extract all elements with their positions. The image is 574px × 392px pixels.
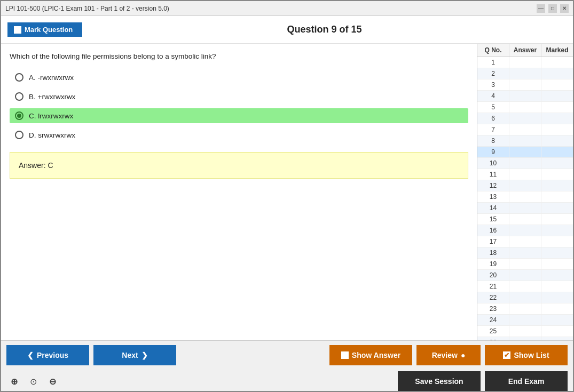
close-button[interactable]: ✕ — [560, 4, 569, 13]
previous-label: Previous — [37, 351, 68, 359]
q-no-cell-25: 25 — [477, 326, 509, 337]
q-answer-cell-10 — [509, 158, 541, 169]
next-button[interactable]: Next — [93, 345, 176, 365]
q-marked-cell-3 — [541, 79, 573, 90]
q-no-cell-11: 11 — [477, 169, 509, 180]
chevron-left-icon — [27, 351, 34, 359]
zoom-controls: ⊕ ⊙ ⊖ — [6, 374, 60, 389]
q-list-row-14[interactable]: 14 — [477, 203, 573, 214]
q-list-row-6[interactable]: 6 — [477, 113, 573, 124]
q-marked-cell-4 — [541, 91, 573, 101]
footer-row2: ⊕ ⊙ ⊖ Save Session End Exam — [1, 370, 573, 392]
q-marked-cell-10 — [541, 158, 573, 169]
q-list-row-4[interactable]: 4 — [477, 91, 573, 102]
option-item-a[interactable]: A. -rwxrwxrwx — [10, 70, 468, 85]
q-answer-cell-25 — [509, 326, 541, 337]
next-label: Next — [122, 351, 138, 359]
q-list-row-19[interactable]: 19 — [477, 259, 573, 270]
previous-button[interactable]: Previous — [6, 345, 89, 365]
q-no-cell-5: 5 — [477, 102, 509, 113]
question-title: Question 9 of 15 — [82, 24, 567, 35]
q-answer-cell-4 — [509, 91, 541, 101]
q-list-row-20[interactable]: 20 — [477, 270, 573, 281]
title-bar: LPI 101-500 (LPIC-1 Exam 101 - Part 1 of… — [1, 1, 573, 16]
q-no-cell-9: 9 — [477, 147, 509, 157]
q-no-cell-19: 19 — [477, 259, 509, 269]
q-list-row-16[interactable]: 16 — [477, 225, 573, 236]
mark-question-button[interactable]: Mark Question — [7, 22, 82, 37]
save-session-button[interactable]: Save Session — [398, 371, 481, 391]
option-item-d[interactable]: D. srwxrwxrwx — [10, 127, 468, 142]
show-list-label: Show List — [514, 351, 549, 359]
q-list-body: 1234567891011121314151617181920212223242… — [477, 57, 573, 340]
q-list-row-1[interactable]: 1 — [477, 57, 573, 68]
q-list-row-5[interactable]: 5 — [477, 102, 573, 113]
q-no-cell-4: 4 — [477, 91, 509, 101]
q-list-row-25[interactable]: 25 — [477, 326, 573, 337]
q-answer-cell-2 — [509, 68, 541, 79]
q-list-row-8[interactable]: 8 — [477, 135, 573, 147]
answer-box: Answer: C — [10, 152, 468, 179]
q-no-cell-21: 21 — [477, 281, 509, 292]
q-list-row-11[interactable]: 11 — [477, 169, 573, 180]
q-no-cell-13: 13 — [477, 191, 509, 202]
q-list-row-9[interactable]: 9 — [477, 147, 573, 158]
q-marked-cell-24 — [541, 315, 573, 325]
q-no-cell-2: 2 — [477, 68, 509, 79]
q-no-cell-3: 3 — [477, 79, 509, 90]
q-marked-cell-17 — [541, 236, 573, 247]
save-session-label: Save Session — [415, 377, 463, 386]
show-list-checkbox-icon — [503, 351, 510, 359]
q-list-row-13[interactable]: 13 — [477, 191, 573, 203]
minimize-button[interactable]: — — [537, 4, 545, 13]
q-marked-cell-9 — [541, 147, 573, 157]
q-answer-cell-20 — [509, 270, 541, 281]
show-list-button[interactable]: Show List — [485, 345, 568, 365]
footer: Previous Next Show Answer Review ● Show … — [1, 340, 573, 392]
zoom-out-button[interactable]: ⊖ — [45, 374, 60, 389]
option-label-d: D. srwxrwxrwx — [29, 131, 75, 139]
end-exam-button[interactable]: End Exam — [485, 371, 568, 391]
q-marked-cell-2 — [541, 68, 573, 79]
mark-checkbox-icon — [14, 26, 21, 34]
q-no-cell-8: 8 — [477, 135, 509, 146]
q-answer-cell-1 — [509, 57, 541, 68]
q-no-cell-24: 24 — [477, 315, 509, 325]
q-list-row-7[interactable]: 7 — [477, 124, 573, 135]
show-answer-checkbox-icon — [341, 351, 349, 359]
q-list-row-3[interactable]: 3 — [477, 79, 573, 91]
q-marked-cell-1 — [541, 57, 573, 68]
option-item-b[interactable]: B. +rwxrwxrwx — [10, 89, 468, 104]
q-list-row-15[interactable]: 15 — [477, 214, 573, 225]
right-panel: Q No. Answer Marked 12345678910111213141… — [477, 44, 573, 340]
q-no-cell-7: 7 — [477, 124, 509, 135]
footer-row2-right: Save Session End Exam — [398, 371, 568, 391]
q-list-row-18[interactable]: 18 — [477, 247, 573, 259]
option-radio-b — [15, 92, 23, 101]
option-item-c[interactable]: C. lrwxrwxrwx — [10, 108, 468, 123]
q-list-row-17[interactable]: 17 — [477, 236, 573, 247]
zoom-reset-button[interactable]: ⊙ — [26, 374, 41, 389]
q-list-row-10[interactable]: 10 — [477, 158, 573, 169]
q-answer-cell-3 — [509, 79, 541, 90]
q-list-row-24[interactable]: 24 — [477, 315, 573, 326]
review-button[interactable]: Review ● — [416, 345, 481, 365]
q-marked-cell-21 — [541, 281, 573, 292]
q-list-row-22[interactable]: 22 — [477, 292, 573, 303]
q-list-row-12[interactable]: 12 — [477, 180, 573, 191]
q-list-row-21[interactable]: 21 — [477, 281, 573, 292]
q-no-cell-12: 12 — [477, 180, 509, 191]
q-answer-cell-21 — [509, 281, 541, 292]
left-panel: Which of the following file permissions … — [1, 44, 477, 340]
q-list-row-23[interactable]: 23 — [477, 303, 573, 315]
q-list-row-2[interactable]: 2 — [477, 68, 573, 79]
review-label: Review — [432, 351, 458, 359]
show-answer-button[interactable]: Show Answer — [329, 345, 412, 365]
q-answer-cell-9 — [509, 147, 541, 157]
window-title: LPI 101-500 (LPIC-1 Exam 101 - Part 1 of… — [5, 5, 169, 12]
end-exam-label: End Exam — [508, 377, 545, 386]
marked-header: Marked — [541, 44, 573, 57]
maximize-button[interactable]: □ — [548, 4, 557, 13]
zoom-in-button[interactable]: ⊕ — [6, 374, 21, 389]
q-marked-cell-14 — [541, 203, 573, 213]
